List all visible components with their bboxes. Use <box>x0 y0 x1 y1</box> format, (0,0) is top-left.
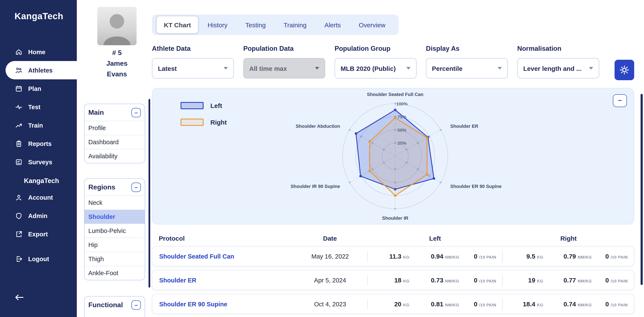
regions-panel-collapse-button[interactable]: − <box>132 182 141 192</box>
right-kg-value: 19 <box>528 276 535 284</box>
gear-icon <box>619 65 630 75</box>
tab-training[interactable]: Training <box>275 14 316 35</box>
athlete-data-select[interactable]: Latest <box>152 58 234 78</box>
filter-bar: Athlete Data Latest Population Data All … <box>152 45 599 78</box>
filter-label: Population Data <box>243 45 325 52</box>
region-item-ankle-foot[interactable]: Ankle-Foot <box>84 266 145 280</box>
sidebar-item-surveys[interactable]: Surveys <box>6 153 77 171</box>
right-pain-value: 0 <box>606 300 609 308</box>
nmkg-unit-label: NM/KG <box>578 302 592 307</box>
main-panel-collapse-button[interactable]: − <box>132 108 141 117</box>
sidebar-item-label: Admin <box>28 212 47 219</box>
filter-label: Normalisation <box>517 45 599 52</box>
athletes-icon <box>15 66 22 74</box>
sidebar-item-account[interactable]: Account <box>6 188 77 206</box>
population-data-select[interactable]: All time max <box>243 58 325 78</box>
panel-item-dashboard[interactable]: Dashboard <box>84 135 145 149</box>
export-icon <box>15 230 22 238</box>
left-series-swatch <box>180 102 204 109</box>
sidebar-item-plan[interactable]: Plan <box>6 79 77 98</box>
svg-text:Shoulder IR 90 Supine: Shoulder IR 90 Supine <box>291 184 340 189</box>
sidebar-item-admin[interactable]: Admin <box>6 206 77 225</box>
sidebar-item-home[interactable]: Home <box>6 43 77 61</box>
svg-text:Shoulder ER 90 Supine: Shoulder ER 90 Supine <box>450 184 502 189</box>
regions-panel: Regions − Neck Shoulder Lumbo-Pelvic Hip… <box>84 178 145 280</box>
protocol-link[interactable]: Shoulder ER 90 Supine <box>159 300 227 308</box>
legend-label: Right <box>210 118 227 126</box>
svg-text:25%: 25% <box>398 140 406 146</box>
display-as-select[interactable]: Percentile <box>426 58 508 78</box>
pain-unit-label: /10 PAIN <box>610 278 628 283</box>
athlete-first-name: James <box>91 58 142 69</box>
normalisation-select[interactable]: Lever length and ... <box>517 58 599 78</box>
protocol-link[interactable]: Shoulder ER <box>159 277 196 284</box>
pulse-icon <box>15 103 22 111</box>
settings-button[interactable] <box>614 60 634 80</box>
sidebar-item-label: Export <box>28 230 48 238</box>
table-row[interactable]: Shoulder ER 90 Supine Oct 4, 2023 20KG 0… <box>152 294 634 314</box>
region-item-lumbo-pelvic[interactable]: Lumbo-Pelvic <box>84 224 145 238</box>
sidebar-item-label: Surveys <box>28 158 52 165</box>
sidebar-item-athletes[interactable]: Athletes <box>6 61 77 79</box>
protocol-link[interactable]: Shoulder Seated Full Can <box>159 253 234 260</box>
kg-unit-label: KG <box>537 302 543 307</box>
nmkg-unit-label: NM/KG <box>445 278 459 283</box>
region-item-shoulder[interactable]: Shoulder <box>84 210 145 224</box>
filter-population-group: Population Group MLB 2020 (Public) <box>334 45 416 78</box>
sidebar-item-test[interactable]: Test <box>6 98 77 116</box>
sidebar-item-train[interactable]: Train <box>6 116 77 134</box>
user-icon <box>15 194 22 201</box>
chevron-down-icon <box>315 67 319 70</box>
right-kg-value: 18.4 <box>523 300 535 308</box>
home-icon <box>15 48 22 56</box>
right-nmkg-value: 0.77 <box>564 276 576 284</box>
selected-value: All time max <box>249 65 287 72</box>
row-date: May 16, 2022 <box>293 253 367 260</box>
sidebar-item-logout[interactable]: Logout <box>6 250 77 268</box>
table-row[interactable]: Shoulder ER Apr 5, 2024 18KG 0.73NM/KG 0… <box>152 270 634 290</box>
collapse-sidebar-button[interactable] <box>14 293 24 302</box>
tab-overview[interactable]: Overview <box>350 14 394 35</box>
athlete-number: # 5 <box>91 48 142 58</box>
panel-scrollbar[interactable] <box>148 99 150 288</box>
sidebar-item-export[interactable]: Export <box>6 225 77 243</box>
svg-text:100%: 100% <box>396 101 408 106</box>
chart-collapse-button[interactable]: − <box>613 94 627 107</box>
tab-testing[interactable]: Testing <box>236 14 275 35</box>
panel-item-availability[interactable]: Availability <box>84 149 145 163</box>
page-scrollbar[interactable] <box>640 94 643 285</box>
kg-unit-label: KG <box>403 302 410 307</box>
tab-alerts[interactable]: Alerts <box>316 14 350 35</box>
kg-unit-label: KG <box>403 255 410 260</box>
pain-unit-label: /10 PAIN <box>610 255 628 260</box>
svg-text:50%: 50% <box>398 128 406 132</box>
selected-value: Lever length and ... <box>523 65 582 72</box>
tab-bar: KT Chart History Testing Training Alerts… <box>152 14 398 35</box>
sidebar-item-label: Reports <box>28 140 52 147</box>
tab-kt-chart[interactable]: KT Chart <box>156 16 199 34</box>
checklist-icon <box>15 158 22 166</box>
sidebar-item-label: Plan <box>28 85 41 92</box>
left-pain-value: 0 <box>474 300 477 308</box>
left-nmkg-value: 0.73 <box>431 276 443 284</box>
sidebar-nav: Home Athletes Plan Test <box>0 43 77 268</box>
panel-item-profile[interactable]: Profile <box>84 121 145 135</box>
table-row[interactable]: Shoulder Seated Full Can May 16, 2022 11… <box>152 246 634 266</box>
region-item-neck[interactable]: Neck <box>84 196 145 210</box>
results-table-header: Protocol Date Left Right <box>152 233 634 243</box>
svg-text:Shoulder ER: Shoulder ER <box>450 124 478 129</box>
sidebar-item-label: Test <box>28 104 40 110</box>
region-item-thigh[interactable]: Thigh <box>84 252 145 266</box>
tab-history[interactable]: History <box>199 14 236 35</box>
population-group-select[interactable]: MLB 2020 (Public) <box>334 58 416 78</box>
functional-panel: Functional − <box>84 296 145 317</box>
left-nmkg-value: 0.94 <box>431 252 443 260</box>
left-metrics: 20KG 0.81NM/KG 0/10 PAIN <box>368 300 502 308</box>
sidebar-item-reports[interactable]: Reports <box>6 134 77 153</box>
functional-panel-collapse-button[interactable]: − <box>132 300 141 310</box>
brand-logo-secondary: KangaTech <box>24 177 77 185</box>
legend-item-left: Left <box>180 102 227 109</box>
sidebar-item-label: Logout <box>28 255 49 262</box>
region-item-hip[interactable]: Hip <box>84 238 145 252</box>
filter-athlete-data: Athlete Data Latest <box>152 45 234 78</box>
